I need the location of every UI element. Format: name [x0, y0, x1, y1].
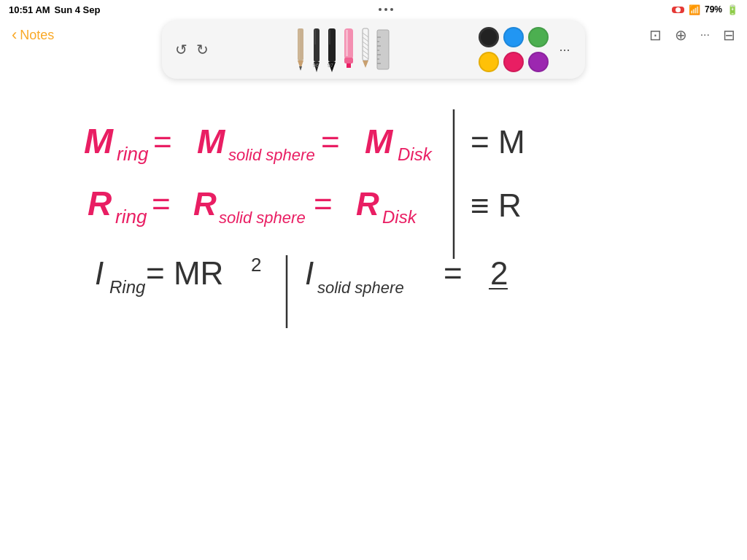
status-left: 10:51 AM Sun 4 Sep [9, 4, 100, 15]
svg-rect-14 [344, 58, 353, 63]
undo-button[interactable]: ↺ [172, 38, 190, 61]
ruler-tool[interactable] [376, 27, 390, 72]
svg-text:2: 2 [251, 254, 261, 276]
nav-right: ⊡ ⊕ ··· ⊟ [649, 26, 735, 44]
svg-text:=: = [314, 186, 333, 222]
equations-svg: M ring = M solid sphere = M Disk = M R r… [0, 88, 747, 560]
more-dots-icon: ··· [559, 42, 570, 58]
svg-text:I: I [95, 255, 104, 291]
svg-text:R: R [356, 186, 379, 222]
color-blue[interactable] [503, 27, 524, 47]
svg-marker-23 [363, 61, 368, 68]
svg-text:=: = [152, 186, 171, 222]
svg-rect-15 [347, 63, 351, 68]
pen-medium-tool[interactable]: 96 [311, 27, 322, 72]
svg-rect-1 [298, 30, 300, 59]
svg-text:solid sphere: solid sphere [219, 209, 306, 227]
svg-text:= MR: = MR [146, 255, 223, 291]
color-yellow[interactable] [479, 52, 499, 72]
drawing-tools: 96 97 [217, 27, 467, 72]
svg-line-18 [363, 37, 368, 42]
redo-button[interactable]: ↻ [193, 38, 212, 61]
color-purple[interactable] [528, 52, 549, 72]
date-display: Sun 4 Sep [55, 4, 101, 15]
svg-text:I: I [305, 255, 314, 291]
pencil-tool[interactable] [294, 27, 307, 72]
svg-text:M: M [365, 122, 394, 160]
svg-text:=: = [444, 255, 462, 291]
svg-line-20 [363, 46, 368, 50]
svg-text:2: 2 [490, 255, 508, 291]
svg-text:Disk: Disk [382, 207, 418, 227]
status-right: 📶 79% 🔋 [672, 4, 738, 15]
compose-icon[interactable]: ⊟ [723, 26, 735, 44]
undo-redo-group: ↺ ↻ [172, 38, 212, 61]
record-dot [676, 7, 681, 12]
back-arrow-icon[interactable]: ‹ [12, 26, 17, 44]
battery-display: 79% [705, 4, 722, 15]
svg-line-21 [363, 50, 368, 55]
notes-back-button[interactable]: Notes [20, 28, 54, 43]
svg-text:Ring: Ring [109, 277, 146, 297]
highlighter-tool[interactable] [342, 27, 355, 72]
svg-text:ring: ring [115, 206, 147, 228]
status-dot-3 [390, 8, 393, 11]
toolbar-more-button[interactable]: ··· [554, 39, 575, 60]
search-icon[interactable]: ⊕ [675, 26, 687, 44]
status-dot-2 [384, 8, 387, 11]
battery-icon: 🔋 [727, 4, 738, 15]
svg-rect-6 [314, 30, 316, 44]
camera-icon[interactable]: ⊡ [649, 26, 662, 44]
svg-text:R: R [193, 186, 217, 222]
more-icon[interactable]: ··· [700, 28, 710, 42]
svg-line-17 [363, 33, 368, 37]
svg-text:R: R [88, 184, 112, 222]
svg-rect-10 [329, 30, 330, 44]
pen-thick-tool[interactable]: 97 [326, 27, 338, 72]
svg-text:Disk: Disk [398, 144, 433, 164]
svg-text:solid sphere: solid sphere [317, 279, 404, 297]
svg-text:=: = [153, 124, 172, 160]
color-palette [479, 27, 549, 72]
svg-rect-12 [344, 28, 353, 59]
drawing-toolbar: ↺ ↻ 96 [162, 20, 585, 79]
nav-left[interactable]: ‹ Notes [12, 26, 54, 44]
svg-line-22 [363, 55, 368, 59]
svg-text:97: 97 [328, 63, 333, 68]
content-area: M ring = M solid sphere = M Disk = M R r… [0, 88, 747, 560]
svg-text:ring: ring [117, 143, 149, 165]
svg-text:96: 96 [313, 63, 319, 68]
status-bar: 10:51 AM Sun 4 Sep 📶 79% 🔋 [0, 0, 747, 19]
svg-text:= M: = M [471, 124, 525, 160]
svg-marker-3 [299, 66, 302, 71]
svg-text:M: M [84, 122, 114, 160]
svg-text:≡ R: ≡ R [471, 187, 522, 223]
color-green[interactable] [528, 27, 549, 47]
svg-text:solid sphere: solid sphere [228, 146, 315, 164]
svg-line-19 [363, 42, 368, 46]
status-dot-1 [379, 8, 382, 11]
time-display: 10:51 AM [9, 4, 50, 15]
sketch-pencil-tool[interactable] [360, 27, 371, 72]
record-indicator [672, 7, 684, 13]
wifi-icon: 📶 [689, 4, 700, 15]
svg-text:M: M [197, 122, 226, 160]
svg-rect-13 [346, 30, 348, 56]
svg-text:=: = [321, 124, 340, 160]
color-black[interactable] [479, 27, 499, 47]
color-red[interactable] [503, 52, 524, 72]
status-center [379, 8, 393, 11]
